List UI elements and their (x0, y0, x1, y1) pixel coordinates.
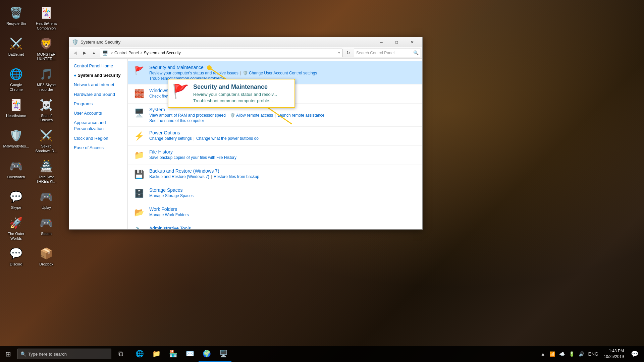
desktop-icon-outer-worlds[interactable]: 🚀 The Outer Worlds (3, 213, 30, 242)
desktop-icon-uplay[interactable]: 🎮 Uplay (33, 187, 60, 212)
up-button[interactable]: ▲ (89, 49, 99, 57)
sidebar-item-clock-region[interactable]: Clock and Region (69, 134, 127, 143)
link-computer-name[interactable]: See the name of this computer (149, 118, 204, 123)
sekiro-icon: ⚔️ (38, 127, 54, 143)
sidebar-item-ease-of-access[interactable]: Ease of Access (69, 143, 127, 153)
power-options-links: Change battery settings | Change what th… (149, 136, 417, 141)
desktop-icon-google-chrome[interactable]: 🌐 Google Chrome (3, 64, 30, 94)
refresh-button[interactable]: ↻ (344, 49, 353, 57)
tooltip-title: Security and Maintenance (193, 83, 277, 90)
sidebar-item-system-security[interactable]: System and Security (69, 71, 127, 80)
sea-of-thieves-label: Sea of Thieves (34, 114, 58, 123)
link-power-buttons[interactable]: Change what the power buttons do (196, 136, 259, 141)
link-file-history-backup[interactable]: Save backup copies of your files with Fi… (149, 155, 236, 160)
section-admin-tools[interactable]: 🔧 Administrative Tools Free up disk spac… (128, 222, 422, 229)
tray-chevron-icon[interactable]: ▲ (539, 351, 547, 357)
desktop-icon-hearthstone-companion[interactable]: 🃏 HearthArena Companion (33, 3, 60, 32)
desktop-icon-hearthstone[interactable]: 🃏 Hearthstone (3, 95, 30, 124)
sidebar-item-control-panel-home[interactable]: Control Panel Home (69, 61, 127, 71)
power-options-title[interactable]: Power Options (149, 130, 417, 135)
desktop-icon-recycle-bin[interactable]: 🗑️ Recycle Bin (3, 3, 30, 32)
link-remote-assistance[interactable]: Launch remote assistance (277, 113, 324, 118)
desktop-icon-skype[interactable]: 💬 Skype (3, 187, 30, 212)
address-bar[interactable]: 🖥️ > Control Panel > System and Security… (100, 49, 342, 57)
desktop-icon-discord[interactable]: 💬 Discord (3, 243, 30, 268)
desktop-icon-sea-of-thieves[interactable]: ☠️ Sea of Thieves (33, 95, 60, 124)
security-maintenance-title[interactable]: Security and Maintenance (149, 65, 417, 70)
section-file-history[interactable]: 📁 File History Save backup copies of you… (128, 146, 422, 165)
uplay-label: Uplay (42, 205, 51, 210)
security-maintenance-links: Review your computer's status and resolv… (149, 71, 417, 75)
tray-cloud-icon[interactable]: ☁️ (558, 351, 566, 357)
admin-tools-title[interactable]: Administrative Tools (149, 226, 417, 229)
desktop-icon-battle-net[interactable]: ⚔️ Battle.net (3, 34, 30, 63)
notification-button[interactable]: 💬 (628, 346, 641, 362)
tray-battery-icon[interactable]: 🔋 (568, 351, 576, 357)
work-folders-icon: 📂 (133, 206, 145, 219)
link-ram-speed[interactable]: View amount of RAM and processor speed (149, 113, 226, 118)
section-work-folders[interactable]: 📂 Work Folders Manage Work Folders (128, 203, 422, 222)
work-folders-title[interactable]: Work Folders (149, 206, 417, 212)
desktop-icon-malwarebytes[interactable]: 🛡️ Malwarebytes... (3, 125, 30, 155)
section-backup-restore[interactable]: 💾 Backup and Restore (Windows 7) Backup … (128, 165, 422, 184)
desktop-icon-mp3-skype-recorder[interactable]: 🎵 MP3 Skype recorder (33, 64, 60, 94)
sidebar-item-hardware-sound[interactable]: Hardware and Sound (69, 90, 127, 99)
close-button[interactable]: ✕ (405, 37, 420, 47)
taskbar-chrome-button[interactable]: 🌍 (199, 346, 215, 362)
backup-restore-title[interactable]: Backup and Restore (Windows 7) (149, 168, 417, 174)
sidebar-item-appearance-personalization[interactable]: Appearance and Personalization (69, 118, 127, 133)
recycle-bin-label: Recycle Bin (6, 21, 26, 26)
desktop-icon-total-war[interactable]: 🏯 Total War THREE KI... (33, 156, 60, 186)
storage-spaces-title[interactable]: Storage Spaces (149, 187, 417, 193)
window-icon: 🛡️ (72, 39, 78, 45)
taskbar-explorer-button[interactable]: 📁 (148, 346, 164, 362)
skype-icon: 💬 (8, 189, 24, 205)
forward-button[interactable]: ▶ (80, 49, 89, 57)
taskbar-edge-button[interactable]: 🌐 (131, 346, 148, 362)
link-battery-settings[interactable]: Change battery settings (149, 136, 192, 141)
section-power-options[interactable]: ⚡ Power Options Change battery settings … (128, 127, 422, 146)
link-backup-restore[interactable]: Backup and Restore (Windows 7) (149, 174, 209, 179)
desktop-icon-steam[interactable]: 🎮 Steam (33, 213, 60, 242)
taskbar-store-button[interactable]: 🏪 (165, 346, 181, 362)
hearthstone-label: Hearthstone (6, 114, 26, 118)
tray-clock[interactable]: 1:43 PM 10/25/2019 (601, 348, 627, 360)
link-uac-settings[interactable]: Change User Account Control settings (249, 71, 317, 75)
maximize-button[interactable]: □ (389, 37, 404, 47)
desktop-icon-monster-hunter[interactable]: 🦁 MONSTER HUNTER... (33, 34, 60, 63)
tray-language-icon[interactable]: ENG (587, 351, 600, 357)
taskbar-mail-button[interactable]: ✉️ (182, 346, 198, 362)
tray-network-icon[interactable]: 📶 (548, 351, 556, 357)
task-view-button[interactable]: ⧉ (113, 346, 129, 362)
outer-worlds-icon: 🚀 (8, 215, 24, 231)
search-control[interactable]: Search Control Panel 🔍 (354, 49, 421, 57)
taskbar-system-button[interactable]: 🖥️ (215, 346, 231, 362)
breadcrumb-control-panel[interactable]: Control Panel (114, 51, 139, 55)
sidebar-item-network-internet[interactable]: Network and Internet (69, 80, 127, 89)
back-button[interactable]: ◀ (70, 49, 80, 57)
section-work-folders-content: Work Folders Manage Work Folders (149, 206, 417, 217)
sidebar-item-user-accounts[interactable]: User Accounts (69, 109, 127, 118)
desktop-icon-dropbox[interactable]: 📦 Dropbox (33, 243, 60, 268)
link-review-status[interactable]: Review your computer's status and resolv… (149, 71, 238, 75)
link-remote-access[interactable]: Allow remote access (236, 113, 273, 118)
nav-bar: ◀ ▶ ▲ 🖥️ > Control Panel > System and Se… (69, 47, 422, 59)
battle-net-icon: ⚔️ (8, 36, 24, 52)
link-restore-files[interactable]: Restore files from backup (214, 174, 259, 179)
total-war-icon: 🏯 (38, 158, 54, 174)
system-icon: 🖥️ (133, 107, 145, 119)
tray-volume-icon[interactable]: 🔊 (577, 351, 586, 357)
link-manage-storage[interactable]: Manage Storage Spaces (149, 193, 194, 198)
outer-worlds-label: The Outer Worlds (4, 232, 28, 241)
minimize-button[interactable]: ─ (374, 37, 389, 47)
taskbar-search[interactable]: 🔍 Type here to search (17, 349, 111, 359)
file-history-title[interactable]: File History (149, 149, 417, 155)
link-manage-work-folders[interactable]: Manage Work Folders (149, 213, 189, 217)
sidebar-item-programs[interactable]: Programs (69, 99, 127, 109)
desktop-icon-sekiro[interactable]: ⚔️ Sekiro Shadows D... (33, 125, 60, 155)
section-storage-spaces[interactable]: 🗄️ Storage Spaces Manage Storage Spaces (128, 184, 422, 203)
desktop-icon-overwatch[interactable]: 🎮 Overwatch (3, 156, 30, 186)
breadcrumb-system-security[interactable]: System and Security (144, 51, 181, 55)
start-button[interactable]: ⊞ (0, 346, 16, 362)
tooltip-line2: Troubleshoot common computer proble... (193, 98, 277, 103)
